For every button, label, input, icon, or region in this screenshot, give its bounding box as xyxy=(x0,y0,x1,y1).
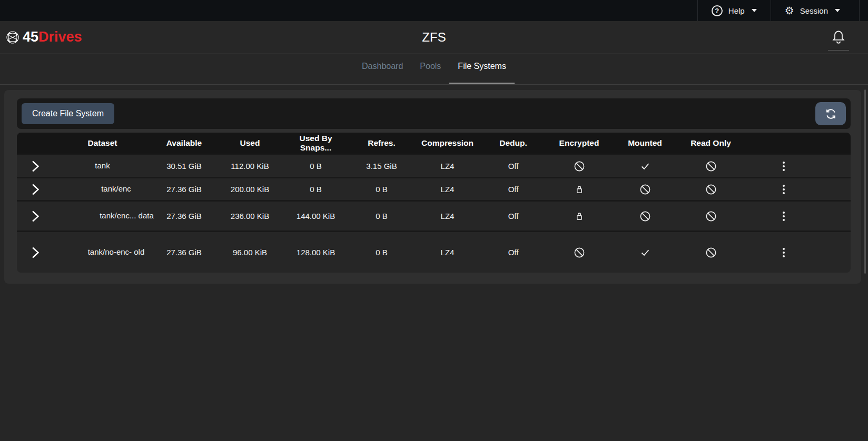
expand-row-button[interactable] xyxy=(17,245,54,260)
refreservation-cell: 0 B xyxy=(349,185,415,194)
scrollbar-thumb[interactable] xyxy=(864,89,866,274)
expand-row-button[interactable] xyxy=(17,182,54,197)
table-row: tank/no-enc- old 27.36 GiB 96.00 KiB 128… xyxy=(17,230,851,273)
tab-dashboard-label: Dashboard xyxy=(362,62,403,71)
encrypted-cell xyxy=(546,210,612,223)
session-menu-label: Session xyxy=(800,6,828,15)
lock-icon xyxy=(573,210,586,223)
tab-pools-label: Pools xyxy=(420,62,441,71)
used-by-snapshots-cell: 144.00 KiB xyxy=(283,212,349,220)
ban-icon xyxy=(573,160,586,173)
header-encrypted: Encrypted xyxy=(546,138,612,148)
used-by-snapshots-cell: 0 B xyxy=(283,185,349,194)
ban-icon xyxy=(639,183,652,196)
chevron-down-icon xyxy=(752,9,757,12)
read-only-cell xyxy=(678,210,744,223)
create-file-system-button[interactable]: Create File System xyxy=(22,103,114,124)
refreservation-cell: 0 B xyxy=(349,212,415,220)
mounted-cell xyxy=(612,183,678,196)
dataset-name-cell: tank/no-enc- old xyxy=(54,246,151,258)
ban-icon xyxy=(705,210,717,223)
row-actions-kebab-icon[interactable] xyxy=(783,212,785,221)
tab-pools[interactable]: Pools xyxy=(411,54,449,84)
dataset-name: tank xyxy=(95,161,110,170)
brand-text: 45Drives xyxy=(23,29,82,45)
masthead: 45Drives ZFS xyxy=(0,21,868,53)
tab-bar: Dashboard Pools File Systems xyxy=(0,53,868,85)
read-only-cell xyxy=(678,160,744,173)
dedup-cell: Off xyxy=(480,212,546,220)
toolbar: Create File System xyxy=(17,98,851,129)
compression-cell: LZ4 xyxy=(415,212,480,220)
dedup-cell: Off xyxy=(480,162,546,171)
header-used-by-snapshots: Used By Snaps... xyxy=(283,134,349,153)
available-cell: 27.36 GiB xyxy=(151,185,217,194)
dataset-name: tank/enc... xyxy=(100,211,136,220)
top-bar: ? Help ⚙ Session xyxy=(0,0,868,21)
tab-dashboard[interactable]: Dashboard xyxy=(353,54,411,84)
compression-cell: LZ4 xyxy=(415,248,480,257)
header-read-only: Read Only xyxy=(678,138,744,148)
encrypted-cell xyxy=(546,160,612,173)
used-by-snapshots-cell: 128.00 KiB xyxy=(283,248,349,257)
lock-icon xyxy=(573,183,586,196)
dedup-cell: Off xyxy=(480,248,546,257)
expand-row-button[interactable] xyxy=(17,209,54,224)
header-mounted: Mounted xyxy=(612,138,678,148)
refresh-icon xyxy=(825,108,837,120)
dataset-name-cell: tank/enc... data xyxy=(54,210,151,222)
help-menu[interactable]: ? Help xyxy=(697,0,771,21)
help-menu-label: Help xyxy=(728,6,745,15)
help-icon: ? xyxy=(712,5,723,16)
table-row: tank/enc 27.36 GiB 200.00 KiB 0 B 0 B LZ… xyxy=(17,177,851,200)
file-systems-card: Create File System Dataset Available Use… xyxy=(4,90,861,284)
refresh-button[interactable] xyxy=(815,102,846,125)
used-cell: 96.00 KiB xyxy=(217,248,283,257)
available-cell: 27.36 GiB xyxy=(151,248,217,257)
used-by-snapshots-cell: 0 B xyxy=(283,162,349,171)
header-dataset: Dataset xyxy=(54,138,151,148)
read-only-cell xyxy=(678,246,744,259)
file-systems-table: Dataset Available Used Used By Snaps... … xyxy=(17,133,851,273)
dataset-name-cell: tank xyxy=(54,160,151,172)
header-compression: Compression xyxy=(415,138,480,148)
mounted-cell xyxy=(612,210,678,223)
available-cell: 30.51 GiB xyxy=(151,162,217,171)
brand-number: 45 xyxy=(23,29,38,45)
chevron-right-icon xyxy=(29,182,42,197)
gear-icon: ⚙ xyxy=(785,5,794,16)
brand-logo[interactable]: 45Drives xyxy=(5,29,82,45)
header-refreservation: Refres. xyxy=(349,138,415,148)
header-available: Available xyxy=(151,138,217,148)
row-actions-kebab-icon[interactable] xyxy=(783,162,785,171)
bell-icon xyxy=(831,29,846,46)
used-cell: 200.00 KiB xyxy=(217,185,283,194)
session-menu[interactable]: ⚙ Session xyxy=(771,0,860,21)
row-actions-kebab-icon[interactable] xyxy=(783,248,785,257)
expand-row-button[interactable] xyxy=(17,159,54,174)
45drives-globe-icon xyxy=(5,30,20,45)
tab-file-systems[interactable]: File Systems xyxy=(449,54,515,84)
dataset-name-line2: data xyxy=(139,211,154,220)
notifications-button[interactable] xyxy=(831,21,846,53)
content-area: Create File System Dataset Available Use… xyxy=(0,85,868,284)
header-dedup: Dedup. xyxy=(480,138,546,148)
table-row: tank 30.51 GiB 112.00 KiB 0 B 3.15 GiB L… xyxy=(17,154,851,177)
notifications-underline xyxy=(828,50,849,51)
refreservation-cell: 0 B xyxy=(349,248,415,257)
compression-cell: LZ4 xyxy=(415,185,480,194)
table-row: tank/enc... data 27.36 GiB 236.00 KiB 14… xyxy=(17,200,851,230)
header-used: Used xyxy=(217,138,283,148)
table-header-row: Dataset Available Used Used By Snaps... … xyxy=(17,133,851,154)
row-actions-kebab-icon[interactable] xyxy=(783,185,785,194)
chevron-down-icon xyxy=(835,9,840,12)
read-only-cell xyxy=(678,183,744,196)
chevron-right-icon xyxy=(29,159,42,174)
chevron-right-icon xyxy=(29,209,42,224)
compression-cell: LZ4 xyxy=(415,162,480,171)
used-cell: 236.00 KiB xyxy=(217,212,283,220)
check-icon xyxy=(639,246,652,259)
chevron-right-icon xyxy=(29,245,42,260)
page-title: ZFS xyxy=(422,30,446,45)
mounted-cell xyxy=(612,160,678,173)
